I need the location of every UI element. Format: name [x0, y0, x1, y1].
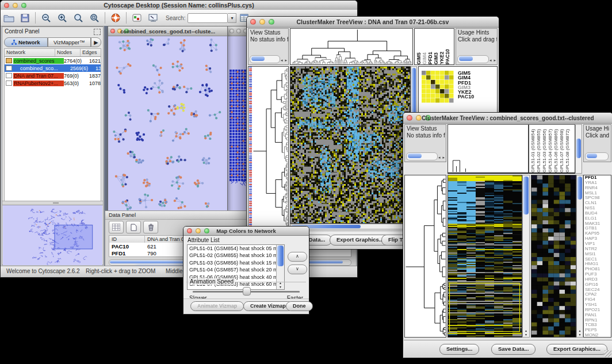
column-dendrogram-canvas[interactable]	[290, 29, 412, 64]
attribute-item[interactable]: GPL51-01 (GSM854) heat shock 05 min	[188, 245, 284, 252]
view-status-scrollbar[interactable]	[406, 152, 438, 160]
attribute-item[interactable]: GPL51-04 (GSM857) heat shock 20 min	[188, 266, 284, 273]
move-down-button[interactable]: ∨	[288, 265, 307, 274]
slider-thumb[interactable]	[243, 287, 251, 296]
zoom-fit-icon[interactable]	[71, 12, 85, 24]
new-attribute-icon[interactable]	[126, 221, 141, 233]
scroll-arrows-icon[interactable]: ◂ ▸	[281, 58, 288, 63]
gene-label[interactable]: MON2	[584, 333, 611, 338]
heatmap-vertical-scrollbar[interactable]: ▴▾	[522, 175, 530, 338]
delete-attribute-icon[interactable]	[143, 221, 158, 233]
tab-vizmapper[interactable]: VizMapper™	[48, 37, 91, 47]
attribute-list-scrollbar[interactable]: ▴▾	[276, 245, 284, 289]
plugin-manager-icon[interactable]	[130, 12, 144, 24]
network-overview-canvas[interactable]	[3, 205, 102, 265]
column-label[interactable]: GPL51-02 (GSM855)	[536, 125, 542, 173]
search-input[interactable]	[188, 13, 228, 23]
data-panel-toolbar	[109, 221, 158, 233]
view-status-scrollbar[interactable]	[250, 55, 280, 63]
scroll-arrows-icon[interactable]: ◂ ▸	[489, 58, 496, 63]
export-graphics-button[interactable]: Export Graphics...	[546, 344, 607, 355]
row-label[interactable]: PAC10	[458, 94, 474, 99]
heatmap-canvas[interactable]	[290, 67, 410, 223]
usage-hints-label: Usage Hi	[584, 125, 611, 132]
close-icon[interactable]	[230, 29, 234, 33]
save-data-button[interactable]: Save Data...	[491, 344, 536, 355]
treeview2-titlebar[interactable]: ClusterMaker TreeView : combined_scores_…	[403, 113, 612, 124]
column-label[interactable]: PFD1	[427, 29, 433, 64]
column-labels: GIM5GIM4PFD1GIM3YKE2PAC10	[415, 29, 454, 64]
network-frame-title: combined_scores_good.txt--cluste...	[108, 28, 227, 35]
row-dendrogram-panel	[248, 66, 289, 228]
animate-vizmap-button[interactable]: Animate Vizmap	[190, 301, 244, 311]
dialog-titlebar[interactable]: Map Colors to Network	[183, 227, 309, 236]
column-label[interactable]: GPL51-06 (GSM865)	[553, 125, 559, 173]
search-dropdown-icon[interactable]: ▾	[228, 13, 236, 23]
usage-hints-text: Click and	[584, 132, 611, 139]
open-icon[interactable]	[2, 12, 16, 24]
network-row[interactable]: combined_sco... 2569(6) 13112(15)	[5, 64, 101, 72]
column-dendrogram-canvas[interactable]	[448, 125, 528, 172]
attribute-table-icon[interactable]	[109, 221, 124, 233]
done-button[interactable]: Done	[286, 301, 313, 311]
correlation-thumbnail-canvas[interactable]	[422, 71, 454, 103]
heatmap-canvas[interactable]	[448, 175, 522, 337]
resize-grip-icon[interactable]	[605, 350, 611, 357]
usage-hints-scrollbar[interactable]	[585, 152, 609, 160]
network-row[interactable]: combined_scores 2764(0) 16218(0)	[5, 57, 101, 64]
help-icon[interactable]	[109, 12, 123, 24]
network-row[interactable]: DNA and Tran 07... 769(0) 183728(0)	[5, 72, 101, 79]
toolbar-separator	[35, 12, 36, 24]
toolbar-separator	[105, 12, 105, 24]
tab-overflow-arrow[interactable]: ▶	[91, 37, 101, 47]
row-dendrogram-canvas[interactable]	[405, 175, 446, 337]
settings-button[interactable]: Settings...	[439, 344, 479, 355]
attribute-item[interactable]: GPL51-03 (GSM856) heat shock 15 min	[188, 259, 284, 266]
labels-scrollbar[interactable]	[575, 124, 582, 174]
view-status-panel: View Status No status info f ◂ ▸	[248, 28, 289, 65]
move-up-button[interactable]: ∧	[288, 252, 307, 262]
row-dendrogram-canvas[interactable]	[248, 67, 288, 228]
column-label[interactable]: GIM4	[422, 29, 427, 64]
view-status-panel: View Status No status info f ◂ ▸	[404, 124, 446, 162]
status-middle-hint: Middle-	[166, 268, 185, 274]
gene-list: PFD1YRA1RNR4MSL1SPC98CLN1NIS1BUD4ELG1MAK…	[584, 175, 611, 338]
heatmap-panel	[290, 66, 411, 224]
column-label[interactable]: GPL51-03 (GSM856)	[542, 125, 548, 173]
save-icon[interactable]	[18, 12, 32, 24]
column-label[interactable]: YKE2	[439, 29, 445, 64]
annotation-icon[interactable]	[146, 12, 160, 24]
tab-network[interactable]: Network	[4, 37, 48, 47]
treeview1-titlebar[interactable]: ClusterMaker TreeView : DNA and Tran 07-…	[247, 17, 499, 28]
usage-hints-panel: Usage Hints Click and drag tc ◂ ▸	[456, 28, 498, 65]
zoom-selected-icon[interactable]	[87, 12, 101, 24]
main-titlebar[interactable]: Cytoscape Desktop (Session Name: collins…	[1, 1, 357, 10]
column-label[interactable]: GIM3	[433, 29, 439, 64]
minimize-icon[interactable]	[236, 29, 241, 33]
column-label[interactable]: GPL51-07 (GSM868)	[559, 125, 565, 173]
network-row[interactable]: RNAPuberNov2+... 563(0) 107847(0)	[5, 79, 101, 87]
scroll-arrows-icon[interactable]: ◂ ▸	[438, 155, 445, 160]
network-file-icon	[6, 58, 12, 63]
zoom-in-icon[interactable]	[55, 12, 69, 24]
column-label[interactable]: PAC10	[445, 29, 450, 64]
column-label[interactable]: GIM5	[416, 29, 422, 64]
column-label[interactable]: GPL51-01 (GSM854)	[530, 125, 536, 173]
column-labels-panel: GIM5GIM4PFD1GIM3YKE2PAC10	[414, 28, 454, 65]
view-status-text: No status info f	[405, 132, 446, 139]
float-panel-icon[interactable]	[94, 29, 101, 35]
view-status-label: View Status	[405, 125, 446, 132]
network-view-canvas[interactable]	[108, 36, 226, 211]
usage-hints-scrollbar[interactable]	[457, 55, 489, 63]
column-label[interactable]: GPL51-08 (GSM872)	[565, 125, 571, 173]
column-label[interactable]: GPL51-04 (GSM857)	[548, 125, 553, 173]
network-frame-titlebar[interactable]: combined_scores_good.txt--cluste...	[108, 26, 227, 36]
create-vizmap-button[interactable]: Create Vizmap	[243, 301, 293, 311]
zoom-vertical-scrollbar[interactable]: ▴▾	[576, 175, 583, 338]
zoom-heatmap-canvas[interactable]	[531, 175, 576, 337]
network-file-icon	[6, 81, 12, 86]
search-label: Search:	[166, 15, 185, 21]
attribute-item[interactable]: GPL51-02 (GSM855) heat shock 10 min	[188, 252, 284, 259]
zoom-out-icon[interactable]	[39, 12, 53, 24]
view-status-label: View Status	[248, 29, 288, 36]
